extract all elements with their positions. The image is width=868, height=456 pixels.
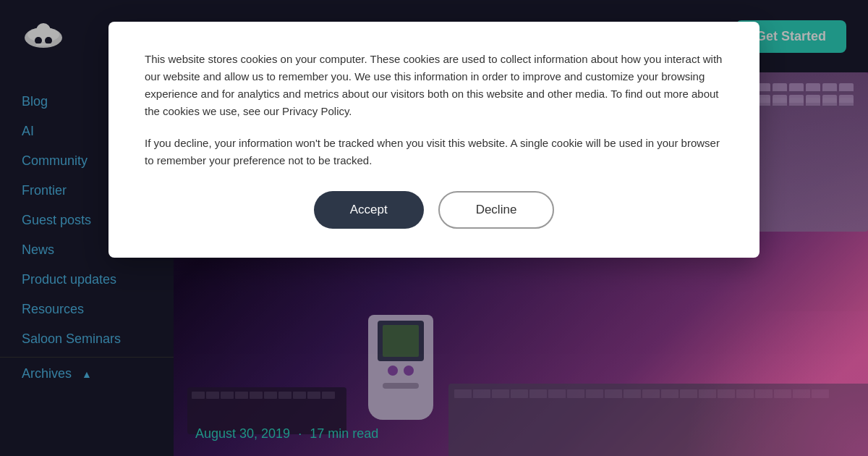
cookie-text-2: If you decline, your information won't b… xyxy=(145,135,723,169)
cookie-text-1: This website stores cookies on your comp… xyxy=(145,51,723,120)
modal-overlay: This website stores cookies on your comp… xyxy=(0,0,868,456)
decline-button[interactable]: Decline xyxy=(438,191,555,229)
cookie-buttons: Accept Decline xyxy=(145,191,723,229)
accept-button[interactable]: Accept xyxy=(314,191,424,229)
cookie-modal: This website stores cookies on your comp… xyxy=(109,22,760,258)
